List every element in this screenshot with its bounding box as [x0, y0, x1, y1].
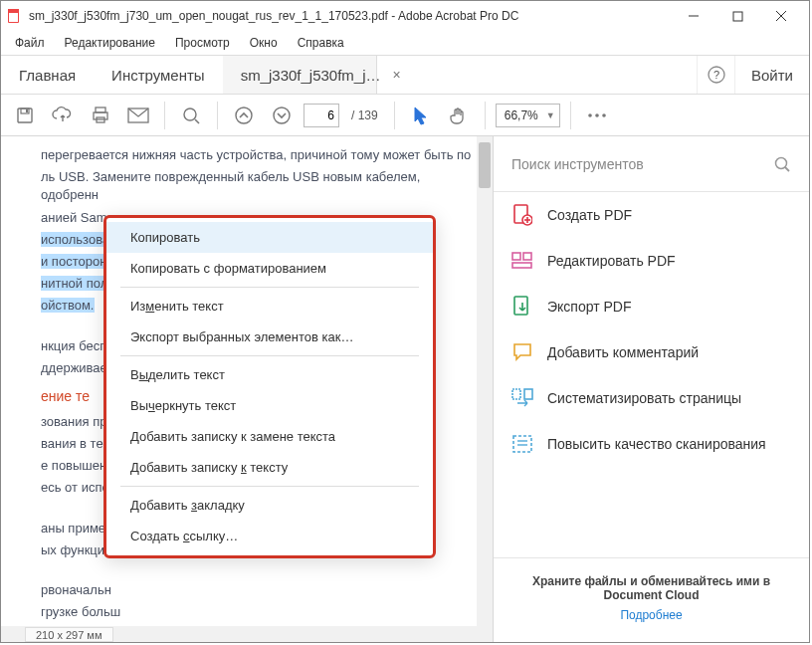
tool-enhance-scan[interactable]: Повысить качество сканирования	[494, 421, 809, 467]
export-pdf-icon	[511, 296, 533, 318]
tab-home[interactable]: Главная	[1, 56, 94, 94]
svg-rect-14	[94, 112, 107, 119]
svg-rect-34	[512, 389, 520, 399]
tool-item-label: Экспорт PDF	[547, 299, 632, 315]
zoom-value: 66,7%	[505, 108, 538, 122]
tool-create-pdf[interactable]: Создать PDF	[494, 192, 809, 238]
enhance-scan-icon	[511, 433, 533, 455]
ctx-highlight-text[interactable]: Выделить текст	[106, 359, 433, 390]
cloud-upload-icon[interactable]	[47, 100, 79, 131]
svg-point-19	[236, 108, 252, 123]
svg-rect-31	[523, 253, 531, 260]
svg-rect-3	[8, 9, 19, 13]
tool-item-label: Добавить комментарий	[547, 344, 699, 360]
ctx-add-note[interactable]: Добавить записку к тексту	[106, 452, 433, 483]
svg-point-24	[776, 157, 787, 168]
menu-view[interactable]: Просмотр	[167, 34, 238, 52]
tab-document[interactable]: sm_j330f_j530fm_j… ×	[223, 56, 377, 94]
tools-search-input[interactable]	[511, 156, 765, 172]
promo-link[interactable]: Подробнее	[511, 608, 791, 622]
ctx-add-bookmark[interactable]: Добавить закладку	[106, 490, 433, 521]
tab-tools[interactable]: Инструменты	[94, 56, 223, 94]
maximize-button[interactable]	[715, 2, 759, 30]
organize-icon	[511, 387, 533, 409]
context-menu: Копировать Копировать с форматированием …	[103, 215, 436, 558]
svg-rect-5	[733, 12, 742, 21]
print-icon[interactable]	[85, 100, 116, 131]
svg-line-25	[785, 167, 789, 171]
svg-point-22	[595, 113, 599, 117]
cloud-promo: Храните файлы и обменивайтесь ими в Docu…	[494, 557, 809, 642]
tools-panel: Создать PDF Редактировать PDF Экспорт PD…	[493, 136, 809, 642]
tool-export-pdf[interactable]: Экспорт PDF	[494, 284, 809, 329]
page-size-label: 210 x 297 мм	[25, 627, 113, 642]
svg-point-20	[274, 108, 290, 123]
doc-text: грузке больш	[41, 603, 475, 621]
svg-line-18	[195, 119, 199, 123]
doc-text: ль USB. Замените поврежденный кабель USB…	[41, 168, 475, 204]
tools-list: Создать PDF Редактировать PDF Экспорт PD…	[494, 192, 809, 557]
svg-rect-32	[512, 263, 531, 268]
titlebar: sm_j330f_j530fm_j730_um_open_nougat_rus_…	[1, 1, 809, 31]
window-title: sm_j330f_j530fm_j730_um_open_nougat_rus_…	[29, 9, 672, 23]
svg-rect-33	[514, 297, 527, 315]
search-doc-icon[interactable]	[175, 100, 207, 131]
tool-item-label: Редактировать PDF	[547, 253, 676, 269]
ctx-create-link[interactable]: Создать ссылку…	[106, 521, 433, 551]
vertical-scrollbar[interactable]	[477, 136, 493, 626]
menu-help[interactable]: Справка	[290, 34, 352, 52]
save-icon[interactable]	[9, 100, 41, 131]
ctx-copy-formatted[interactable]: Копировать с форматированием	[106, 253, 433, 284]
create-pdf-icon	[511, 204, 533, 226]
tool-edit-pdf[interactable]: Редактировать PDF	[494, 238, 809, 284]
chevron-down-icon: ▼	[546, 110, 555, 120]
svg-rect-10	[18, 108, 32, 122]
signin-button[interactable]: Войти	[734, 56, 809, 94]
zoom-dropdown[interactable]: 66,7% ▼	[496, 104, 560, 127]
page-number-input[interactable]	[304, 104, 339, 127]
page-total-label: / 139	[345, 108, 384, 122]
tool-item-label: Систематизировать страницы	[547, 390, 741, 406]
menu-file[interactable]: Файл	[7, 34, 53, 52]
hand-icon[interactable]	[443, 100, 475, 131]
ctx-replace-note[interactable]: Добавить записку к замене текста	[106, 421, 433, 452]
pdf-icon	[7, 8, 23, 24]
doc-text: рвоначальн	[41, 581, 475, 599]
svg-rect-35	[524, 389, 532, 399]
tool-organize-pages[interactable]: Систематизировать страницы	[494, 375, 809, 421]
doc-text: перегревается нижняя часть устройства, п…	[41, 146, 475, 164]
svg-point-17	[184, 108, 196, 120]
more-icon[interactable]	[581, 100, 613, 131]
promo-line1: Храните файлы и обменивайтесь ими в	[532, 574, 770, 588]
svg-rect-13	[96, 108, 105, 112]
menu-edit[interactable]: Редактирование	[57, 34, 163, 52]
doc-highlight: ойством.	[41, 298, 95, 313]
svg-point-21	[588, 113, 592, 117]
svg-rect-36	[513, 436, 531, 452]
tool-comment[interactable]: Добавить комментарий	[494, 329, 809, 375]
ctx-strikethrough[interactable]: Вычеркнуть текст	[106, 390, 433, 421]
tools-search	[494, 136, 809, 192]
svg-rect-30	[512, 253, 520, 260]
minimize-button[interactable]	[672, 2, 715, 30]
svg-text:?: ?	[712, 69, 718, 81]
toolbar: / 139 66,7% ▼	[1, 95, 809, 136]
email-icon[interactable]	[122, 100, 154, 131]
svg-point-23	[602, 113, 606, 117]
tool-item-label: Повысить качество сканирования	[547, 436, 766, 452]
ctx-edit-text[interactable]: Изменить текст	[106, 291, 433, 322]
menu-window[interactable]: Окно	[242, 34, 286, 52]
tool-item-label: Создать PDF	[547, 207, 632, 223]
search-icon	[773, 155, 791, 173]
page-down-icon[interactable]	[266, 100, 298, 131]
page-up-icon[interactable]	[228, 100, 260, 131]
tabstrip: Главная Инструменты sm_j330f_j530fm_j… ×…	[1, 55, 809, 95]
close-button[interactable]	[759, 2, 803, 30]
help-button[interactable]: ?	[697, 56, 734, 94]
horizontal-scrollbar[interactable]: 210 x 297 мм	[1, 626, 493, 642]
comment-icon	[511, 341, 533, 363]
menubar: Файл Редактирование Просмотр Окно Справк…	[1, 31, 809, 55]
ctx-export-selection[interactable]: Экспорт выбранных элементов как…	[106, 322, 433, 352]
ctx-copy[interactable]: Копировать	[106, 222, 433, 253]
pointer-icon[interactable]	[405, 100, 437, 131]
